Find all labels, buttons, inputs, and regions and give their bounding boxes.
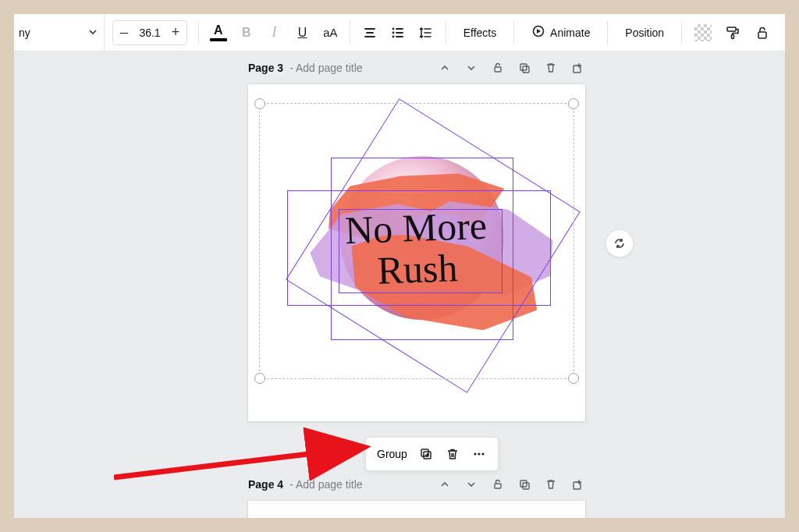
transparency-button[interactable] bbox=[690, 20, 716, 46]
add-page-icon[interactable] bbox=[570, 60, 585, 76]
page-down-icon[interactable] bbox=[463, 477, 479, 492]
resize-handle-tl[interactable] bbox=[254, 98, 265, 109]
selection-toolbar: Group bbox=[365, 437, 499, 471]
page-canvas-4[interactable] bbox=[248, 501, 585, 518]
app-frame: ny – 36.1 + A B I U aA bbox=[14, 14, 785, 518]
svg-point-3 bbox=[392, 27, 395, 30]
page-title-hint[interactable]: - Add page title bbox=[289, 62, 362, 74]
divider bbox=[513, 21, 514, 44]
lock-page-icon[interactable] bbox=[490, 60, 506, 76]
transparency-icon bbox=[694, 24, 712, 41]
resize-handle-tr[interactable] bbox=[568, 98, 579, 109]
italic-button[interactable]: I bbox=[263, 20, 286, 46]
text-color-glyph: A bbox=[214, 24, 223, 37]
more-icon bbox=[472, 447, 486, 461]
align-button[interactable] bbox=[358, 20, 382, 46]
workspace[interactable]: Page 3 - Add page title bbox=[14, 51, 785, 518]
resize-handle-bl[interactable] bbox=[254, 373, 265, 384]
delete-page-icon[interactable] bbox=[543, 477, 559, 492]
duplicate-icon bbox=[419, 447, 433, 461]
svg-point-24 bbox=[481, 452, 484, 455]
chevron-down-icon bbox=[88, 27, 98, 39]
delete-button[interactable] bbox=[445, 446, 460, 462]
divider bbox=[446, 21, 446, 44]
svg-point-22 bbox=[474, 452, 476, 455]
page-down-icon[interactable] bbox=[463, 60, 479, 76]
duplicate-page-icon[interactable] bbox=[517, 60, 532, 76]
position-button[interactable]: Position bbox=[616, 20, 673, 46]
top-toolbar: ny – 36.1 + A B I U aA bbox=[14, 14, 785, 51]
page-actions bbox=[437, 477, 585, 492]
page-up-icon[interactable] bbox=[437, 477, 453, 492]
page-title-hint[interactable]: - Add page title bbox=[289, 478, 362, 491]
trash-icon bbox=[446, 447, 460, 461]
underline-button[interactable]: U bbox=[291, 20, 314, 46]
animate-icon bbox=[531, 24, 545, 41]
page-block-3: Page 3 - Add page title bbox=[248, 56, 585, 421]
text-color-swatch bbox=[210, 38, 227, 41]
delete-page-icon[interactable] bbox=[543, 60, 559, 76]
increase-font-button[interactable]: + bbox=[165, 21, 186, 44]
unlock-icon bbox=[755, 25, 770, 41]
svg-rect-13 bbox=[727, 27, 736, 31]
svg-rect-26 bbox=[495, 484, 501, 488]
svg-point-4 bbox=[392, 31, 395, 34]
divider bbox=[350, 21, 350, 44]
lock-button[interactable] bbox=[749, 20, 776, 46]
font-size-control: – 36.1 + bbox=[112, 20, 187, 45]
decrease-font-button[interactable]: – bbox=[113, 21, 135, 44]
svg-rect-16 bbox=[495, 67, 501, 72]
duplicate-button[interactable] bbox=[418, 446, 434, 462]
page-block-4: Page 4 - Add page title bbox=[248, 473, 585, 518]
page-header-3: Page 3 - Add page title bbox=[248, 56, 585, 84]
divider bbox=[198, 21, 199, 44]
svg-rect-27 bbox=[520, 481, 527, 487]
copy-style-button[interactable] bbox=[719, 20, 746, 46]
bulleted-list-button[interactable] bbox=[386, 20, 410, 46]
svg-rect-28 bbox=[523, 483, 529, 489]
bold-button[interactable]: B bbox=[235, 20, 258, 46]
sync-icon bbox=[613, 237, 626, 250]
divider bbox=[681, 21, 682, 44]
page-up-icon[interactable] bbox=[437, 60, 453, 76]
page-actions bbox=[437, 60, 585, 76]
more-button[interactable] bbox=[471, 446, 487, 462]
spacing-button[interactable] bbox=[414, 20, 438, 46]
font-picker[interactable]: ny bbox=[14, 14, 105, 51]
resize-handle-br[interactable] bbox=[568, 373, 579, 384]
page-label: Page 3 bbox=[248, 62, 283, 74]
add-page-icon[interactable] bbox=[570, 477, 585, 492]
svg-rect-15 bbox=[758, 32, 766, 38]
font-name: ny bbox=[19, 27, 30, 39]
group-selection[interactable] bbox=[259, 103, 574, 379]
duplicate-page-icon[interactable] bbox=[517, 477, 532, 492]
font-size-value[interactable]: 36.1 bbox=[135, 27, 165, 39]
svg-rect-18 bbox=[523, 66, 529, 73]
svg-rect-14 bbox=[732, 34, 734, 38]
text-color-button[interactable]: A bbox=[207, 20, 230, 46]
page-header-4: Page 4 - Add page title bbox=[248, 473, 585, 501]
svg-point-5 bbox=[392, 35, 395, 37]
reposition-button[interactable] bbox=[605, 229, 634, 257]
animate-button[interactable]: Animate bbox=[522, 20, 599, 46]
text-case-button[interactable]: aA bbox=[318, 20, 342, 46]
group-button[interactable]: Group bbox=[377, 448, 407, 460]
lock-page-icon[interactable] bbox=[490, 477, 506, 492]
svg-rect-17 bbox=[520, 64, 527, 70]
paint-roller-icon bbox=[725, 25, 740, 41]
effects-button[interactable]: Effects bbox=[454, 20, 506, 46]
divider bbox=[607, 21, 608, 44]
svg-point-23 bbox=[478, 452, 480, 455]
page-label: Page 4 bbox=[248, 478, 283, 491]
page-canvas-3[interactable]: No More Rush bbox=[248, 84, 585, 421]
